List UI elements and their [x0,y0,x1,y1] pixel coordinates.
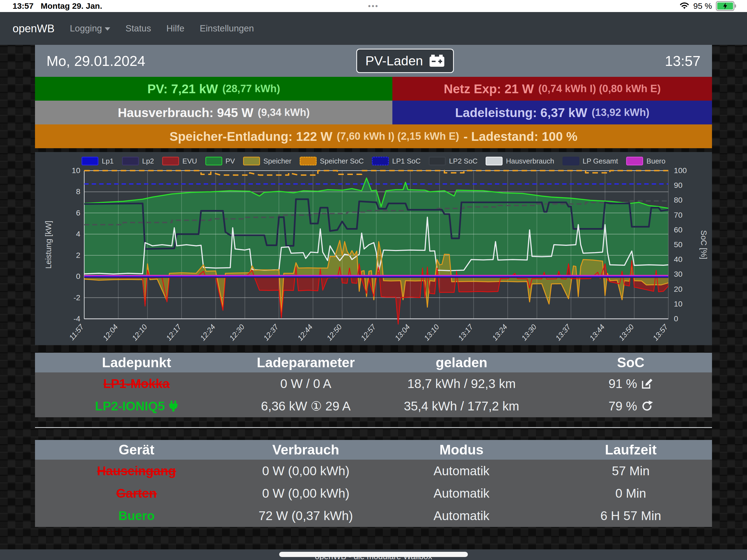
device-name: Hauseingang [35,460,238,482]
legend-item-lp2[interactable]: Lp2 [122,157,154,166]
home-indicator[interactable] [279,552,468,557]
legend-swatch [486,157,503,166]
device-mode: Automatik [374,482,549,505]
legend-label: Speicher [263,157,291,166]
legend-label: LP2 SoC [449,157,478,166]
y-tick-left: -4 [74,314,80,323]
current-time: 13:57 [665,53,700,69]
grid-energy: (0,74 kWh I) (0,80 kWh E) [538,83,661,95]
legend-swatch [300,157,317,166]
device-runtime: 0 Min [549,482,712,505]
battery-icon [716,1,735,11]
legend-item-buero[interactable]: Buero [626,157,665,166]
x-tick-label: 13:37 [554,322,572,342]
device-runtime: 6 H 57 Min [549,505,712,527]
charge-value: Ladeleistung: 6,37 kW [455,105,587,120]
charge-energy: (13,92 kWh) [592,107,649,119]
legend-swatch [562,157,579,166]
legend-item-lp2-soc[interactable]: LP2 SoC [429,157,478,166]
legend-swatch [429,157,446,166]
soc-edit-icon[interactable] [641,378,653,390]
pv-energy: (28,77 kWh) [222,83,280,95]
device-name-label: Garten [116,486,157,501]
soc-refresh-icon[interactable] [641,400,653,412]
column-header: Ladepunkt [35,353,238,373]
devices-table: GerätVerbrauchModusLaufzeitHauseingang0 … [35,440,712,527]
nav-item-logging[interactable]: Logging [70,23,110,34]
y-tick-left: 4 [76,230,80,238]
nav-item-status[interactable]: Status [126,23,151,34]
legend-item-hausverbrauch[interactable]: Hausverbrauch [486,157,554,166]
device-consumption: 0 W (0,00 kWh) [238,482,374,505]
y-tick-left: 0 [76,272,80,281]
nav-item-label: Einstellungen [200,23,254,34]
legend-item-lp1-soc[interactable]: LP1 SoC [372,157,420,166]
wifi-icon [679,2,690,10]
device-name-label: Hauseingang [97,463,176,478]
x-tick-label: 11:57 [67,322,85,342]
ios-status-bar: 13:57 Montag 29. Jan. ••• 95 % [0,0,747,12]
navbar: openWB LoggingStatusHilfeEinstellungen [0,12,747,45]
legend-label: Lp2 [142,157,154,166]
chargepoint-name: LP1-Mokka [35,373,238,395]
column-header: Laufzeit [549,440,712,460]
x-tick-label: 12:17 [164,322,183,342]
soc-value: 91 % [609,376,637,391]
legend-item-evu[interactable]: EVU [162,157,197,166]
x-tick-label: 12:10 [130,323,149,342]
y-tick-right: 80 [674,196,682,205]
charged-amount: 18,7 kWh / 92,3 km [374,373,549,395]
status-time: 13:57 [12,1,34,11]
device-name: Garten [35,482,238,505]
x-tick-label: 13:10 [422,323,441,342]
legend-label: LP1 SoC [392,157,420,166]
charge-power-tile: Ladeleistung: 6,37 kW (13,92 kWh) [392,101,712,124]
legend-item-lp1[interactable]: Lp1 [81,157,113,166]
y-tick-right: 60 [674,226,682,234]
legend-item-speicher-soc[interactable]: Speicher SoC [300,157,364,166]
y-axis-label-right: SoC [%] [699,230,708,259]
x-tick-label: 12:24 [199,323,217,342]
device-consumption: 0 W (0,00 kWh) [238,460,374,482]
nav-item-hilfe[interactable]: Hilfe [166,23,184,34]
y-tick-right: 30 [674,270,682,279]
grid-export-tile: Netz Exp: 21 W (0,74 kWh I) (0,80 kWh E) [392,77,712,101]
storage-tile: Speicher-Entladung: 122 W (7,60 kWh I) (… [35,124,712,148]
chargepoint-name-label: LP2-IONIQ5 [95,399,165,413]
current-date: Mo, 29.01.2024 [47,53,145,69]
x-tick-label: 13:24 [491,323,509,342]
legend-item-pv[interactable]: PV [205,157,235,166]
legend-swatch [122,157,139,166]
chargepoint-name: LP2-IONIQ5 [35,395,238,417]
charge-mode-button[interactable]: PV-Laden [356,49,454,73]
nav-item-label: Logging [70,23,102,34]
x-tick-label: 12:04 [101,323,120,342]
legend-item-speicher[interactable]: Speicher [243,157,291,166]
column-header: Ladeparameter [238,353,374,373]
storage-value: Speicher-Entladung: 122 W [170,129,333,144]
column-header: SoC [549,353,712,373]
y-tick-right: 100 [674,168,687,175]
legend-item-lp-gesamt[interactable]: LP Gesamt [562,157,618,166]
chart-plot-area[interactable]: -4-20246810010203040506070809010011:5712… [35,168,712,345]
grid-value: Netz Exp: 21 W [444,81,534,96]
device-name-label: Buero [119,508,155,523]
x-tick-label: 12:50 [325,323,343,342]
chargepoints-table: LadepunktLadeparametergeladenSoCLP1-Mokk… [35,353,712,417]
legend-label: Speicher SoC [320,157,364,166]
column-header: Gerät [35,440,238,460]
pv-tile: PV: 7,21 kW (28,77 kWh) [35,77,392,101]
chart-legend: Lp1Lp2EVUPVSpeicherSpeicher SoCLP1 SoCLP… [35,152,712,168]
chevron-down-icon [105,27,110,31]
storage-soc: - Ladestand: 100 % [463,129,577,144]
footer-bar: openWB - die modulare Wallbox [0,549,747,560]
storage-energy: (7,60 kWh I) (2,15 kWh E) [337,130,459,142]
y-tick-left: 10 [72,168,80,175]
chargepoint-name-label: LP1-Mokka [103,376,170,391]
y-tick-left: 6 [76,209,80,217]
nav-item-einstellungen[interactable]: Einstellungen [200,23,254,34]
charged-amount: 35,4 kWh / 177,2 km [374,395,549,417]
brand-openwb[interactable]: openWB [12,22,54,35]
car-battery-icon [429,55,445,67]
nav-item-label: Hilfe [166,23,184,34]
